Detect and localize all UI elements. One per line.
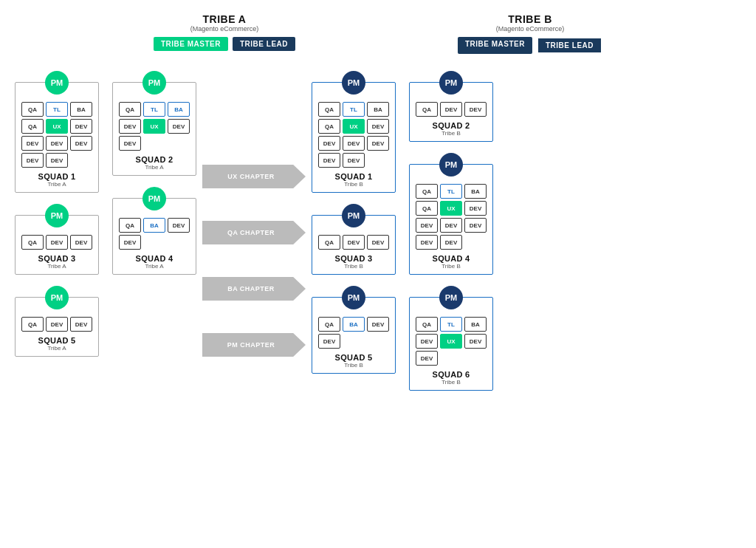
role-dev: DEV [440, 218, 462, 233]
main-layout: PM QA TL BA QA UX DEV DEV DEV [7, 60, 749, 391]
role-tl: TL [143, 102, 165, 117]
role-ba: BA [143, 218, 165, 233]
squad-2b-name: SQUAD 2 [416, 121, 487, 130]
role-dev: DEV [416, 235, 438, 250]
squad-1-tribe-a: PM QA TL BA QA UX DEV DEV DEV [15, 82, 99, 193]
role-qa: QA [416, 184, 438, 199]
role-dev: DEV [21, 136, 44, 151]
tribe-a-master-badge: TRIBE MASTER [154, 37, 228, 51]
tribe-a-left-col: PM QA TL BA QA UX DEV DEV DEV [15, 67, 99, 357]
tribe-a-badges: TRIBE MASTER TRIBE LEAD [154, 37, 295, 51]
pm-squad4-a: PM [142, 187, 166, 210]
squad-2a-tribe: Tribe A [119, 164, 190, 171]
role-ba: BA [343, 317, 365, 332]
role-dev: DEV [119, 119, 141, 134]
pm-squad3-a: PM [45, 204, 69, 227]
squad-6-tribe-b: PM QA TL BA DEV UX DEV DEV [409, 297, 493, 391]
pm-squad2-b: PM [439, 71, 463, 95]
squad-5b-tribe: Tribe B [318, 362, 389, 369]
squad-3a-tribe: Tribe A [21, 263, 92, 270]
role-tl: TL [440, 184, 462, 199]
roles-squad1-a: QA TL BA QA UX DEV DEV DEV DEV [21, 102, 92, 168]
role-dev: DEV [416, 218, 438, 233]
tribe-a-title: TRIBE A [154, 13, 295, 25]
roles-squad6-b: QA TL BA DEV UX DEV DEV [416, 317, 487, 366]
role-dev: DEV [464, 218, 487, 233]
role-dev: DEV [46, 317, 68, 332]
role-dev: DEV [367, 317, 389, 332]
role-qa: QA [119, 218, 141, 233]
role-dev: DEV [367, 235, 389, 250]
role-tl: TL [46, 102, 68, 117]
role-ba: BA [367, 102, 389, 117]
role-dev: DEV [70, 119, 92, 134]
roles-squad1-b: QA TL BA QA UX DEV DEV DEV DEV [318, 102, 389, 168]
squad-1b-name: SQUAD 1 [318, 172, 389, 181]
role-qa: QA [416, 102, 438, 117]
pm-squad3-b: PM [342, 204, 365, 227]
squad-4a-name: SQUAD 4 [119, 254, 190, 263]
pm-squad2-a: PM [142, 71, 166, 95]
role-dev: DEV [318, 153, 340, 168]
roles-squad3-b: QA DEV DEV [318, 235, 389, 250]
role-qa: QA [21, 102, 44, 117]
tribe-b-title: TRIBE B [458, 13, 602, 25]
role-dev: DEV [46, 136, 68, 151]
role-qa: QA [416, 201, 438, 216]
squad-5-tribe-b: PM QA BA DEV DEV SQUAD 5 Tribe B [312, 297, 396, 374]
qa-arrow-shape: QA CHAPTER [202, 221, 306, 244]
role-dev: DEV [343, 136, 365, 151]
role-dev: DEV [119, 136, 141, 151]
tribe-b-master-badge: TRIBE MASTER [458, 37, 532, 54]
role-qa: QA [318, 102, 340, 117]
role-qa: QA [21, 119, 44, 134]
role-dev: DEV [464, 201, 487, 216]
role-dev: DEV [416, 351, 438, 366]
role-ux: UX [46, 119, 68, 134]
role-dev: DEV [464, 102, 487, 117]
roles-squad2-b: QA DEV DEV [416, 102, 487, 117]
squad-6b-name: SQUAD 6 [416, 370, 487, 379]
role-tl: TL [343, 102, 365, 117]
squad-3a-name: SQUAD 3 [21, 254, 92, 263]
tribe-b-badges: TRIBE MASTER TRIBE LEAD [458, 37, 602, 54]
role-dev: DEV [367, 136, 389, 151]
role-ba: BA [464, 184, 487, 199]
roles-squad5-b: QA BA DEV DEV [318, 317, 389, 349]
role-ba: BA [70, 102, 92, 117]
pm-squad5-b: PM [342, 286, 365, 309]
qa-chapter: QA CHAPTER [202, 221, 306, 244]
qa-chapter-label: QA CHAPTER [227, 229, 275, 236]
roles-squad4-a: QA BA DEV DEV [119, 218, 190, 250]
role-dev: DEV [318, 136, 340, 151]
squad-6b-tribe: Tribe B [416, 379, 487, 386]
role-tl: TL [440, 317, 462, 332]
role-dev: DEV [343, 235, 365, 250]
squad-4-tribe-b: PM QA TL BA QA UX DEV DEV DEV [409, 164, 493, 275]
squad-2-tribe-a: PM QA TL BA DEV UX DEV DEV [112, 82, 196, 176]
squad-3b-name: SQUAD 3 [318, 254, 389, 263]
role-dev: DEV [464, 334, 487, 349]
squad-5-tribe-a: PM QA DEV DEV SQUAD 5 Tribe A [15, 297, 99, 357]
squad-3-tribe-b: PM QA DEV DEV SQUAD 3 Tribe B [312, 215, 396, 275]
role-dev: DEV [21, 153, 44, 168]
role-ba: BA [168, 102, 190, 117]
squad-4b-name: SQUAD 4 [416, 254, 487, 263]
tribe-b-subtitle: (Magento eCommerce) [458, 25, 602, 32]
ux-arrow-shape: UX CHAPTER [202, 165, 306, 188]
squad-4a-tribe: Tribe A [119, 263, 190, 270]
role-qa: QA [318, 235, 340, 250]
squad-4-tribe-a: PM QA BA DEV DEV SQUAD 4 Tribe A [112, 198, 196, 275]
role-dev: DEV [168, 119, 190, 134]
squad-3-tribe-a: PM QA DEV DEV SQUAD 3 Tribe A [15, 215, 99, 275]
tribe-b-left-col: PM QA TL BA QA UX DEV DEV DEV [312, 67, 396, 374]
role-ba: BA [464, 317, 487, 332]
roles-squad5-a: QA DEV DEV [21, 317, 92, 332]
role-ux: UX [440, 334, 462, 349]
ba-chapter-label: BA CHAPTER [227, 285, 275, 292]
squad-5a-name: SQUAD 5 [21, 336, 92, 345]
ba-arrow-shape: BA CHAPTER [202, 277, 306, 301]
squad-1a-name: SQUAD 1 [21, 172, 92, 181]
pm-squad1-a: PM [45, 71, 69, 95]
tribes-header: TRIBE A (Magento eCommerce) TRIBE MASTER… [7, 7, 749, 54]
